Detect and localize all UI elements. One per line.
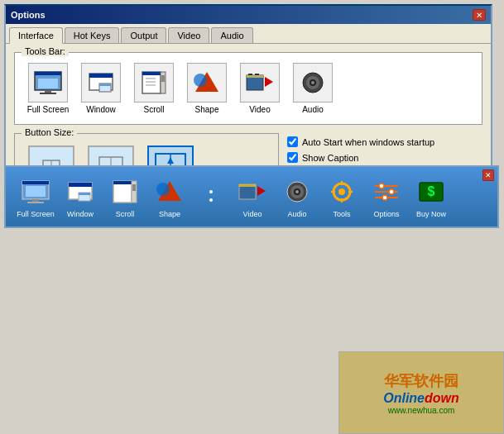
tools-bar-label: Tools Bar: (22, 46, 69, 56)
tb-shape-icon-box (187, 63, 227, 103)
svg-rect-23 (255, 74, 259, 75)
svg-rect-12 (161, 75, 165, 82)
svg-point-17 (194, 74, 207, 87)
tb-video-icon-box (240, 63, 280, 103)
svg-rect-51 (79, 193, 90, 195)
svg-text:$: $ (428, 184, 435, 198)
watermark-chinese: 华军软件园 (384, 371, 458, 391)
svg-point-59 (209, 198, 213, 202)
svg-rect-6 (89, 74, 113, 78)
tab-output[interactable]: Output (121, 27, 166, 43)
svg-point-66 (295, 190, 299, 193)
tb-shape-label: Shape (195, 105, 219, 114)
toolbar-icons: Full Screen Window (22, 60, 475, 117)
window-close-button[interactable]: ✕ (473, 9, 486, 21)
watermark-brand: Onlinedown (383, 391, 459, 406)
tb-audio[interactable]: Audio (290, 63, 336, 114)
tb-scroll[interactable]: Scroll (131, 63, 177, 114)
tb-fullscreen[interactable]: Full Screen (25, 63, 71, 114)
tab-video[interactable]: Video (168, 27, 209, 43)
svg-marker-62 (257, 186, 266, 196)
checkbox-showcaption: Show Caption (287, 152, 482, 163)
svg-rect-47 (27, 202, 44, 203)
tb-window-icon-box (81, 63, 121, 103)
ft-options-label: Options (373, 210, 399, 218)
ft-tools-icon (325, 175, 358, 208)
ft-tools-label: Tools (333, 210, 350, 218)
autostart-label: Auto Start when windows startup (302, 137, 434, 147)
showcaption-label: Show Caption (302, 153, 359, 163)
button-size-label: Button Size: (22, 127, 77, 137)
ft-shape-icon (153, 175, 186, 208)
svg-rect-46 (32, 199, 39, 202)
svg-rect-10 (142, 72, 161, 75)
floating-toolbar: ✕ Full Screen Window (4, 165, 499, 228)
svg-rect-55 (132, 184, 136, 191)
svg-rect-2 (38, 79, 58, 88)
svg-rect-22 (248, 74, 252, 75)
svg-point-78 (382, 195, 387, 200)
ft-scroll-icon (108, 175, 142, 208)
tb-scroll-icon-box (134, 63, 174, 103)
ft-buynow[interactable]: $ Buy Now (410, 174, 453, 220)
svg-rect-61 (239, 184, 256, 187)
ft-video-icon (236, 175, 269, 208)
ft-dot (193, 178, 229, 216)
svg-rect-1 (35, 72, 61, 75)
svg-rect-49 (69, 183, 92, 187)
ft-video-label: Video (243, 210, 262, 218)
tab-interface[interactable]: Interface (9, 27, 63, 44)
svg-point-68 (338, 188, 345, 195)
svg-rect-8 (99, 83, 111, 86)
checkbox-autostart: Auto Start when windows startup (287, 136, 482, 147)
tb-scroll-label: Scroll (143, 105, 164, 114)
tb-video[interactable]: Video (237, 63, 283, 114)
svg-point-27 (311, 81, 314, 84)
title-bar: Options ✕ (6, 6, 491, 24)
tab-bar: Interface Hot Keys Output Video Audio (6, 24, 491, 44)
tb-fullscreen-label: Full Screen (27, 105, 70, 114)
showcaption-checkbox[interactable] (287, 152, 298, 163)
ft-audio[interactable]: Audio (276, 174, 319, 220)
ft-buynow-label: Buy Now (416, 210, 446, 218)
ft-tools[interactable]: Tools (320, 174, 363, 220)
floating-toolbar-close[interactable]: ✕ (482, 169, 494, 181)
svg-rect-3 (45, 90, 51, 93)
watermark-overlay: 华军软件园 Onlinedown www.newhua.com (338, 351, 504, 434)
svg-rect-44 (22, 181, 49, 184)
svg-marker-21 (265, 77, 273, 87)
tb-video-label: Video (249, 105, 270, 114)
ft-scroll[interactable]: Scroll (103, 174, 146, 220)
tb-audio-icon-box (293, 63, 333, 103)
svg-point-76 (389, 189, 394, 194)
svg-rect-53 (113, 181, 132, 184)
tab-audio[interactable]: Audio (211, 27, 252, 43)
ft-options-icon (370, 175, 403, 208)
autostart-checkbox[interactable] (287, 136, 298, 147)
ft-fullscreen[interactable]: Full Screen (14, 174, 57, 220)
svg-point-58 (209, 190, 213, 193)
watermark-url: www.newhua.com (388, 406, 455, 415)
tab-hotkeys[interactable]: Hot Keys (65, 27, 120, 43)
svg-point-74 (379, 184, 384, 188)
ft-options[interactable]: Options (365, 174, 408, 220)
ft-window-label: Window (67, 210, 94, 218)
ft-fullscreen-icon (19, 175, 52, 208)
ft-shape[interactable]: Shape (148, 174, 191, 220)
window-title: Options (11, 10, 46, 20)
tb-shape[interactable]: Shape (184, 63, 230, 114)
ft-shape-label: Shape (159, 210, 180, 218)
ft-window-icon (64, 175, 97, 208)
svg-rect-45 (26, 186, 46, 197)
tools-bar-group: Tools Bar: Full Screen (14, 52, 482, 125)
ft-window[interactable]: Window (59, 174, 102, 220)
svg-rect-20 (247, 75, 263, 78)
ft-audio-label: Audio (287, 210, 306, 218)
tb-window-label: Window (86, 105, 116, 114)
tb-window[interactable]: Window (78, 63, 124, 114)
ft-video[interactable]: Video (231, 174, 274, 220)
ft-fullscreen-label: Full Screen (17, 210, 55, 218)
svg-point-57 (156, 183, 170, 196)
svg-rect-11 (161, 72, 166, 93)
ft-dot-icon (194, 179, 228, 212)
